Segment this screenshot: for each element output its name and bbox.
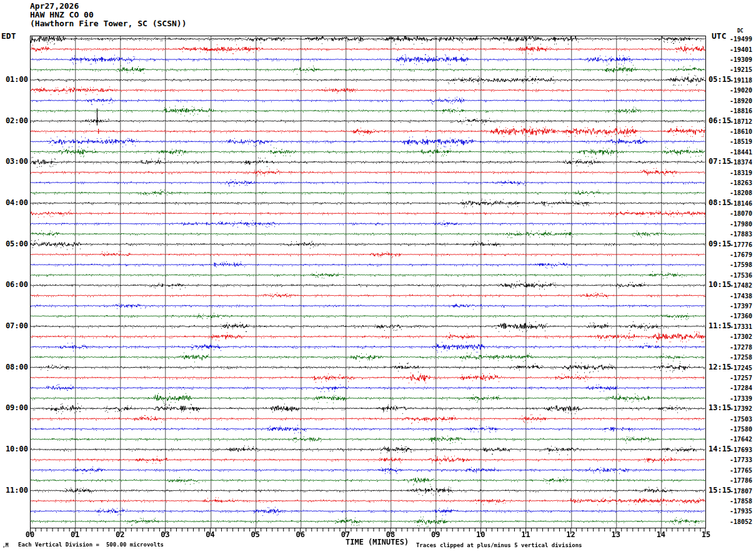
dc-offset-value: -19020 [730,87,752,94]
dc-offset-value: -17598 [730,261,752,268]
edt-hour-label: 08:00 [0,363,28,371]
dc-offset-value: -17883 [730,231,752,238]
dc-offset-value: -18374 [730,159,752,166]
minute-tick-label: 03 [156,530,174,539]
dc-offset-value: -17693 [730,446,752,453]
header-location: (Hawthorn Fire Tower, SC (SCSN)) [30,19,186,28]
utc-hour-label: 11:15 [709,321,731,330]
minute-tick-label: 05 [246,530,265,539]
edt-hour-label: 03:00 [0,157,28,166]
dc-offset-value: -17278 [730,344,752,351]
seismogram-canvas[interactable] [30,36,706,536]
utc-hour-label: 07:15 [709,157,731,166]
dc-offset-value: -17776 [730,241,752,248]
dc-offset-value: -17482 [730,282,752,289]
edt-hour-label: 06:00 [0,280,28,289]
dc-offset-value: -17580 [730,426,752,433]
dc-offset-value: -17733 [730,456,752,463]
dc-offset-value: -17786 [730,477,752,484]
dc-offset-value: -17397 [730,303,752,310]
dc-offset-value: -18208 [730,189,752,196]
clipping-note: Traces clipped at plus/minus 5 vertical … [416,542,582,548]
time-axis-title: TIME (MINUTES) [346,538,409,546]
dc-offset-value: -17302 [730,333,752,340]
utc-hour-label: 10:15 [709,280,731,289]
dc-column-label: DC [737,29,744,34]
utc-axis-label: UTC [712,31,726,41]
minute-tick-label: 11 [516,530,535,539]
dc-offset-value: -17679 [730,251,752,258]
dc-offset-value: -17935 [730,508,752,515]
edt-hour-label: 02:00 [0,116,28,125]
dc-offset-value: -19499 [730,36,752,43]
utc-hour-label: 13:15 [709,403,731,412]
minute-tick-label: 01 [66,530,84,539]
edt-axis-label: EDT [1,31,16,41]
dc-offset-value: -18070 [730,210,752,217]
utc-hour-label: 12:15 [709,363,731,371]
dc-offset-value: -19215 [730,66,752,73]
dc-offset-value: -18816 [730,108,752,114]
minute-tick-label: 13 [607,530,625,539]
dc-offset-value: -17284 [730,385,752,391]
minute-tick-label: 15 [697,530,715,539]
edt-hour-label: 05:00 [0,239,28,248]
dc-offset-value: -17438 [730,293,752,300]
dc-offset-value: -18610 [730,128,752,135]
corner-mark: ,M [2,543,9,548]
dc-offset-value: -18052 [730,518,752,525]
utc-hour-label: 05:15 [709,75,731,84]
minute-tick-label: 06 [291,530,310,539]
minute-tick-label: 04 [201,530,220,539]
header-date: Apr27,2026 [30,2,79,11]
minute-tick-label: 14 [652,530,670,539]
dc-offset-value: -19401 [730,46,752,53]
minute-tick-label: 00 [21,530,39,539]
dc-offset-value: -18319 [730,169,752,176]
vertical-division-note: Each Vertical Division = 500.00 microvol… [18,541,164,548]
dc-offset-value: -17258 [730,354,752,361]
dc-offset-value: -17245 [730,365,752,371]
dc-offset-value: -17503 [730,416,752,423]
dc-offset-value: -17807 [730,488,752,495]
minute-tick-label: 10 [471,530,490,539]
dc-offset-value: -17642 [730,436,752,443]
edt-hour-label: 01:00 [0,75,28,84]
edt-hour-label: 07:00 [0,321,28,330]
header-station: HAW HNZ CO 00 [30,11,94,19]
dc-offset-value: -17331 [730,323,752,330]
helicorder-screen: Apr27,2026 HAW HNZ CO 00 (Hawthorn Fire … [0,0,756,554]
minute-tick-label: 02 [111,530,129,539]
dc-offset-value: -19309 [730,56,752,63]
dc-offset-value: -17257 [730,375,752,381]
utc-hour-label: 15:15 [709,486,731,495]
minute-tick-label: 12 [562,530,580,539]
dc-offset-value: -19118 [730,77,752,84]
dc-offset-value: -17392 [730,405,752,412]
utc-hour-label: 09:15 [709,239,731,248]
dc-offset-value: -18712 [730,118,752,125]
dc-offset-value: -17536 [730,272,752,279]
edt-hour-label: 04:00 [0,198,28,207]
utc-hour-label: 08:15 [709,198,731,207]
dc-offset-value: -18519 [730,138,752,145]
dc-offset-value: -17339 [730,395,752,402]
dc-offset-value: -18441 [730,149,752,156]
edt-hour-label: 10:00 [0,445,28,453]
dc-offset-value: -17858 [730,498,752,505]
dc-offset-value: -17765 [730,467,752,474]
dc-offset-value: -18146 [730,200,752,207]
edt-hour-label: 11:00 [0,486,28,495]
utc-hour-label: 14:15 [709,445,731,453]
utc-hour-label: 06:15 [709,116,731,125]
edt-hour-label: 09:00 [0,403,28,412]
dc-offset-value: -17360 [730,313,752,320]
dc-offset-value: -18920 [730,98,752,104]
dc-offset-value: -18263 [730,179,752,186]
dc-offset-value: -17980 [730,221,752,228]
minute-tick-label: 09 [426,530,445,539]
